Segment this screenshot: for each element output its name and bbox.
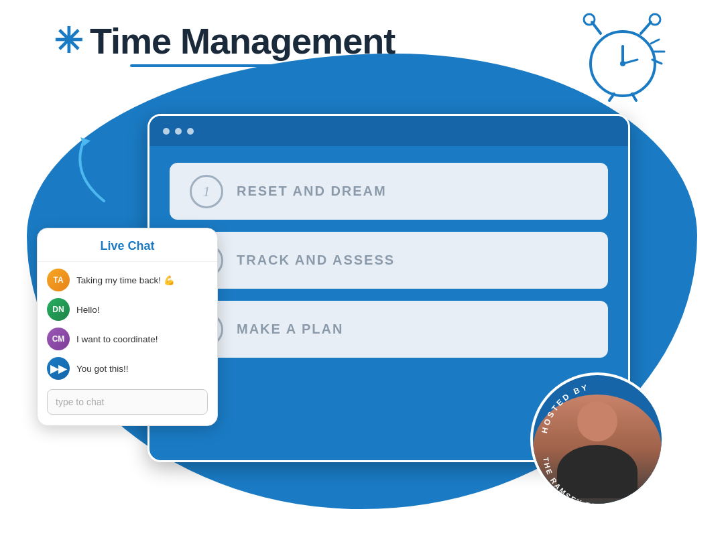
title-underline [130,64,412,67]
step-1-label: RESET AND DREAM [237,184,387,199]
avatar-arrow: ▶▶ [47,357,70,380]
browser-dot-2 [175,128,182,135]
step-3-label: MAKE A PLAN [237,322,343,337]
step-1-row: 1 RESET AND DREAM [170,163,608,220]
step-2-row: 2 TRACK AND ASSESS [170,232,608,289]
chat-header: Live Chat [38,228,217,262]
message-text-4: You got this!! [76,364,129,374]
svg-line-10 [651,40,659,44]
browser-titlebar [149,116,628,146]
step-1-number: 1 [190,175,223,208]
step-3-row: 3 MAKE A PLAN [170,301,608,358]
message-text-3: I want to coordinate! [76,334,158,344]
svg-point-3 [650,14,660,25]
title-area: ✳ Time Management [54,20,395,62]
asterisk-icon: ✳ [54,21,83,61]
browser-dot-3 [187,128,194,135]
chat-message-4: ▶▶ You got this!! [47,357,208,380]
chat-message-2: DN Hello! [47,298,208,321]
alarm-clock-icon [577,10,671,107]
arrow-decoration [57,134,117,217]
scene: ✳ Time Management [0,0,728,560]
message-text-1: Taking my time back! 💪 [76,275,175,285]
browser-dot-1 [163,128,170,135]
svg-line-2 [641,22,651,33]
browser-content: 1 RESET AND DREAM 2 TRACK AND ASSESS 3 M… [149,146,628,374]
svg-line-9 [632,94,636,100]
svg-text:THE RAMSEY TEAM: THE RAMSEY TEAM [542,456,612,506]
chat-message-3: CM I want to coordinate! [47,328,208,350]
live-chat-panel: Live Chat TA Taking my time back! 💪 DN H… [37,228,218,426]
chat-message-1: TA Taking my time back! 💪 [47,269,208,291]
avatar-dn: DN [47,298,70,321]
svg-point-7 [620,61,625,66]
hosted-badge: HOSTED BY THE RAMSEY TEAM [530,372,664,506]
step-2-label: TRACK AND ASSESS [237,253,395,268]
avatar-cm: CM [47,328,70,350]
page-title: Time Management [90,21,395,61]
svg-point-1 [584,14,595,25]
badge-circle: HOSTED BY THE RAMSEY TEAM [530,372,664,506]
avatar-ta: TA [47,269,70,291]
badge-text-svg: HOSTED BY THE RAMSEY TEAM [533,375,664,506]
svg-text:HOSTED BY: HOSTED BY [540,382,590,434]
chat-messages: TA Taking my time back! 💪 DN Hello! CM I… [38,269,217,380]
message-text-2: Hello! [76,305,100,315]
chat-input[interactable]: type to chat [47,389,208,415]
